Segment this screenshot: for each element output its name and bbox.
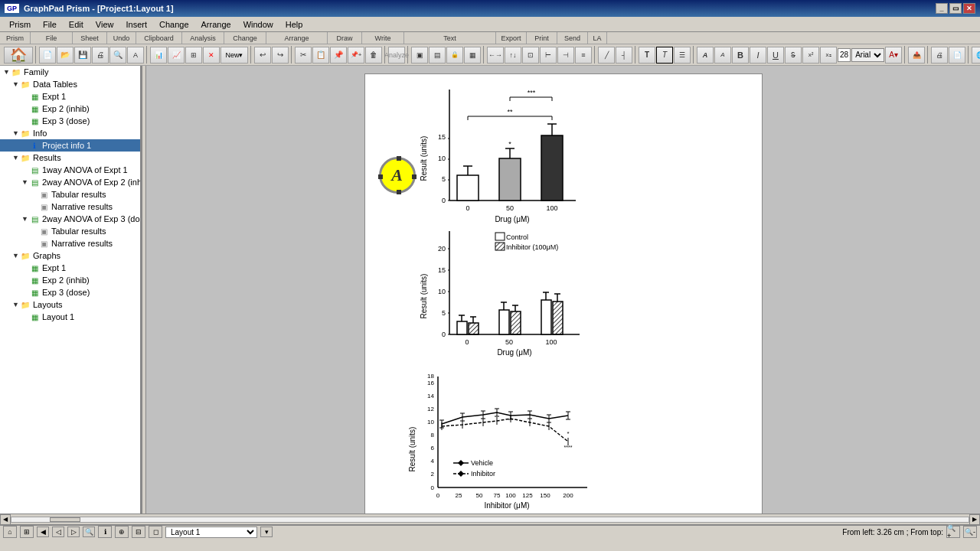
color-button[interactable]: A [127, 47, 144, 64]
scroll-right-button[interactable]: ▶ [969, 514, 980, 525]
nav-2way-inhib[interactable]: ▼ ▤ 2way ANOVA of Exp 2 (inhib) [0, 176, 140, 188]
font-size-down[interactable]: A [714, 47, 731, 64]
nav-exp2[interactable]: ▦ Exp 2 (inhib) [0, 103, 140, 115]
nav-narrative2[interactable]: ▣ Narrative results [0, 237, 140, 249]
find-bottom-button[interactable]: 🔍 [83, 527, 95, 537]
nav-narrative1[interactable]: ▣ Narrative results [0, 201, 140, 213]
italic-button[interactable]: I [750, 47, 766, 64]
menu-window[interactable]: Window [237, 18, 279, 31]
strikethrough-btn[interactable]: S̶ [785, 47, 802, 64]
layout-selector[interactable]: Layout 1 [165, 527, 257, 538]
arr-btn6[interactable]: ≡ [575, 47, 592, 64]
menu-insert[interactable]: Insert [119, 18, 153, 31]
delete-btn[interactable]: ✕ [203, 47, 220, 64]
next-button[interactable]: ▷ [67, 527, 80, 537]
nav-results[interactable]: ▼ 📁 Results [0, 152, 140, 164]
arr-btn3[interactable]: ⊡ [522, 47, 539, 64]
new-button[interactable]: 📄 [39, 47, 56, 64]
font-family-select[interactable]: Arial [851, 48, 884, 62]
zoom-in-button[interactable]: 🔍+ [946, 526, 960, 538]
undo-button[interactable]: ↩ [254, 47, 271, 64]
prev2-button[interactable]: ◁ [52, 527, 64, 537]
nav-exp3[interactable]: ▦ Exp 3 (dose) [0, 115, 140, 127]
arr-btn1[interactable]: ←→ [487, 47, 504, 64]
font-size-up[interactable]: A [697, 47, 714, 64]
restore-button[interactable]: ▭ [949, 3, 962, 14]
nav-1way[interactable]: ▤ 1way ANOVA of Expt 1 [0, 164, 140, 176]
font-color-button[interactable]: A▾ [885, 47, 902, 64]
scroll-track[interactable] [11, 517, 969, 523]
save-button[interactable]: 💾 [74, 47, 91, 64]
print-btn[interactable]: 🖨 [931, 47, 948, 64]
close-button[interactable]: ✕ [963, 3, 975, 14]
menu-prism[interactable]: Prism [3, 18, 37, 31]
nav-graph-exp3[interactable]: ▦ Exp 3 (dose) [0, 286, 140, 298]
sub-btn[interactable]: x₂ [820, 47, 837, 64]
menu-help[interactable]: Help [279, 18, 309, 31]
scroll-thumb[interactable] [50, 517, 80, 522]
underline-button[interactable]: U [767, 47, 784, 64]
dropdown-arrow[interactable]: ▾ [260, 527, 273, 537]
nav-projectinfo1[interactable]: ℹ Project info 1 [0, 139, 140, 152]
nav-layout1[interactable]: ▦ Layout 1 [0, 311, 140, 323]
btn5[interactable]: ⊕ [115, 526, 129, 538]
text-btn[interactable]: T [639, 47, 655, 64]
arr-btn5[interactable]: ⊣ [557, 47, 574, 64]
prism-home-button[interactable]: 🏠 [4, 47, 33, 64]
change-btn2[interactable]: ▤ [429, 47, 446, 64]
nav-tabular2[interactable]: ▣ Tabular results [0, 225, 140, 237]
canvas-area[interactable]: A Result (units) 0 5 10 [146, 66, 980, 514]
draw-btn2[interactable]: ┤ [616, 47, 632, 64]
nav-graph-exp2[interactable]: ▦ Exp 2 (inhib) [0, 274, 140, 286]
new-wide-button[interactable]: New▾ [220, 47, 248, 64]
info-bottom-button[interactable]: ℹ [98, 526, 112, 538]
font-size-input[interactable]: 28 [838, 48, 851, 62]
clear-button[interactable]: 🗑 [365, 47, 382, 64]
copy-button[interactable]: 📋 [312, 47, 329, 64]
minimize-button[interactable]: _ [936, 3, 948, 14]
nav-tabular1[interactable]: ▣ Tabular results [0, 188, 140, 201]
nav-info[interactable]: ▼ 📁 Info [0, 127, 140, 139]
send-btn[interactable]: 🌐 [972, 47, 980, 64]
nav-graph-expt1[interactable]: ▦ Expt 1 [0, 262, 140, 274]
super-btn[interactable]: x² [802, 47, 819, 64]
scroll-left-button[interactable]: ◀ [0, 514, 11, 525]
change-btn4[interactable]: ▦ [464, 47, 481, 64]
sheet-btn1[interactable]: 📊 [150, 47, 167, 64]
sheet-btn2[interactable]: 📈 [168, 47, 185, 64]
sheet-btn3[interactable]: ⊞ [185, 47, 202, 64]
nav-expt1[interactable]: ▦ Expt 1 [0, 90, 140, 103]
menu-file[interactable]: File [37, 18, 63, 31]
menu-view[interactable]: View [90, 18, 120, 31]
zoom-out-button[interactable]: 🔍- [963, 526, 977, 538]
change-btn1[interactable]: ▣ [411, 47, 428, 64]
home-nav-button[interactable]: ⌂ [3, 526, 17, 538]
paste-button[interactable]: 📌 [330, 47, 347, 64]
find-button[interactable]: 🔍 [109, 47, 126, 64]
nav-graphs[interactable]: ▼ 📁 Graphs [0, 249, 140, 262]
textbox-btn[interactable]: T [656, 47, 673, 64]
menu-arrange[interactable]: Arrange [195, 18, 237, 31]
symbol-btn[interactable]: ☰ [674, 47, 691, 64]
nav-layouts[interactable]: ▼ 📁 Layouts [0, 298, 140, 311]
print2-btn[interactable]: 📄 [949, 47, 965, 64]
menu-edit[interactable]: Edit [63, 18, 90, 31]
nav-family[interactable]: ▼ 📁 Family [0, 66, 140, 78]
paste-special-button[interactable]: 📌+ [348, 47, 364, 64]
open-button[interactable]: 📂 [57, 47, 74, 64]
arr-btn2[interactable]: ↑↓ [505, 47, 521, 64]
analyze-button[interactable]: Analyze [388, 47, 405, 64]
nav-2way-dose[interactable]: ▼ ▤ 2way ANOVA of Exp 3 (dose) [0, 213, 140, 225]
line-button[interactable]: ╱ [598, 47, 615, 64]
prev-button[interactable]: ◀ [37, 527, 49, 537]
btn7[interactable]: ◻ [149, 526, 162, 538]
arr-btn4[interactable]: ⊢ [540, 47, 557, 64]
change-btn3[interactable]: 🔒 [446, 47, 463, 64]
cut-button[interactable]: ✂ [295, 47, 312, 64]
menu-change[interactable]: Change [153, 18, 195, 31]
btn6[interactable]: ⊟ [132, 526, 145, 538]
bold-button[interactable]: B [732, 47, 749, 64]
grid-nav-button[interactable]: ⊞ [20, 526, 34, 538]
nav-datatables[interactable]: ▼ 📁 Data Tables [0, 78, 140, 90]
redo-button[interactable]: ↪ [272, 47, 289, 64]
